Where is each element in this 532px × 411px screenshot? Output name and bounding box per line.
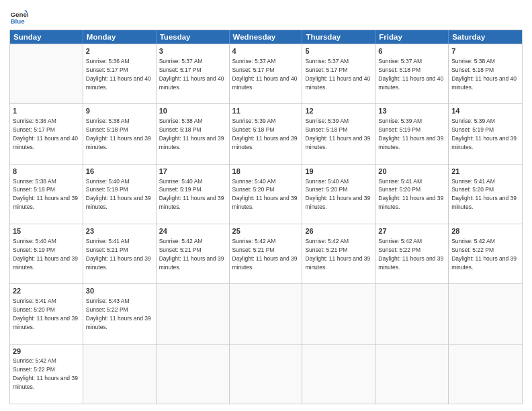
calendar-row: 15Sunrise: 5:40 AMSunset: 5:19 PMDayligh…: [10, 224, 522, 283]
day-number: 1: [13, 106, 80, 116]
cell-info: Sunrise: 5:37 AMSunset: 5:18 PMDaylight:…: [378, 58, 443, 91]
cell-info: Sunrise: 5:38 AMSunset: 5:18 PMDaylight:…: [13, 178, 78, 211]
calendar-cell: [449, 284, 522, 343]
day-number: 5: [305, 46, 372, 56]
calendar-cell: 26Sunrise: 5:42 AMSunset: 5:21 PMDayligh…: [302, 224, 375, 283]
calendar-header-cell: Monday: [83, 30, 157, 44]
cell-info: Sunrise: 5:39 AMSunset: 5:18 PMDaylight:…: [232, 118, 298, 150]
cell-info: Sunrise: 5:38 AMSunset: 5:18 PMDaylight:…: [159, 118, 224, 150]
calendar-cell: 11Sunrise: 5:39 AMSunset: 5:18 PMDayligh…: [230, 104, 303, 163]
cell-info: Sunrise: 5:40 AMSunset: 5:19 PMDaylight:…: [13, 238, 78, 271]
calendar-cell: [302, 284, 375, 343]
day-number: 6: [378, 46, 445, 56]
header: General Blue: [9, 7, 523, 26]
calendar-cell: [375, 284, 449, 343]
day-number: 13: [378, 106, 445, 116]
cell-info: Sunrise: 5:37 AMSunset: 5:17 PMDaylight:…: [159, 58, 224, 91]
calendar-cell: 18Sunrise: 5:40 AMSunset: 5:20 PMDayligh…: [230, 165, 303, 224]
day-number: 11: [232, 106, 300, 116]
calendar-cell: 9Sunrise: 5:38 AMSunset: 5:18 PMDaylight…: [83, 104, 157, 163]
calendar: SundayMondayTuesdayWednesdayThursdayFrid…: [9, 30, 523, 404]
day-number: 26: [305, 226, 372, 236]
day-number: 28: [451, 226, 519, 236]
cell-info: Sunrise: 5:39 AMSunset: 5:19 PMDaylight:…: [378, 118, 443, 150]
day-number: 4: [232, 46, 300, 56]
calendar-cell: [157, 284, 230, 343]
calendar-cell: 25Sunrise: 5:42 AMSunset: 5:21 PMDayligh…: [230, 224, 303, 283]
cell-info: Sunrise: 5:41 AMSunset: 5:21 PMDaylight:…: [86, 238, 151, 271]
calendar-cell: [230, 284, 303, 343]
day-number: 18: [232, 167, 300, 177]
calendar-cell: 2Sunrise: 5:36 AMSunset: 5:17 PMDaylight…: [83, 44, 157, 103]
page: General Blue SundayMondayTuesdayWednesda…: [0, 0, 532, 411]
cell-info: Sunrise: 5:39 AMSunset: 5:19 PMDaylight:…: [451, 118, 517, 150]
cell-info: Sunrise: 5:42 AMSunset: 5:22 PMDaylight:…: [13, 357, 78, 390]
cell-info: Sunrise: 5:37 AMSunset: 5:17 PMDaylight:…: [232, 58, 298, 91]
calendar-cell: 13Sunrise: 5:39 AMSunset: 5:19 PMDayligh…: [375, 104, 449, 163]
calendar-cell: [230, 345, 303, 404]
calendar-cell: [302, 345, 375, 404]
calendar-header-cell: Thursday: [302, 30, 375, 44]
svg-text:Blue: Blue: [10, 17, 25, 25]
cell-info: Sunrise: 5:40 AMSunset: 5:19 PMDaylight:…: [86, 178, 151, 211]
calendar-cell: 16Sunrise: 5:40 AMSunset: 5:19 PMDayligh…: [83, 165, 157, 224]
calendar-cell: 22Sunrise: 5:41 AMSunset: 5:20 PMDayligh…: [10, 284, 83, 343]
calendar-cell: [83, 345, 157, 404]
calendar-header-cell: Saturday: [449, 30, 522, 44]
calendar-cell: 29Sunrise: 5:42 AMSunset: 5:22 PMDayligh…: [10, 345, 83, 404]
calendar-row: 29Sunrise: 5:42 AMSunset: 5:22 PMDayligh…: [10, 344, 522, 404]
calendar-header-cell: Tuesday: [157, 30, 230, 44]
day-number: 27: [378, 226, 445, 236]
cell-info: Sunrise: 5:42 AMSunset: 5:22 PMDaylight:…: [451, 238, 517, 271]
calendar-row: 22Sunrise: 5:41 AMSunset: 5:20 PMDayligh…: [10, 283, 522, 343]
calendar-cell: 21Sunrise: 5:41 AMSunset: 5:20 PMDayligh…: [449, 165, 522, 224]
logo-icon: General Blue: [9, 7, 28, 26]
calendar-cell: 7Sunrise: 5:38 AMSunset: 5:18 PMDaylight…: [449, 44, 522, 103]
day-number: 15: [13, 226, 80, 236]
cell-info: Sunrise: 5:40 AMSunset: 5:19 PMDaylight:…: [159, 178, 224, 211]
cell-info: Sunrise: 5:39 AMSunset: 5:18 PMDaylight:…: [305, 118, 370, 150]
day-number: 16: [86, 167, 153, 177]
calendar-cell: 3Sunrise: 5:37 AMSunset: 5:17 PMDaylight…: [157, 44, 230, 103]
calendar-cell: 24Sunrise: 5:42 AMSunset: 5:21 PMDayligh…: [157, 224, 230, 283]
calendar-cell: 14Sunrise: 5:39 AMSunset: 5:19 PMDayligh…: [449, 104, 522, 163]
calendar-cell: 10Sunrise: 5:38 AMSunset: 5:18 PMDayligh…: [157, 104, 230, 163]
cell-info: Sunrise: 5:42 AMSunset: 5:21 PMDaylight:…: [159, 238, 224, 271]
cell-info: Sunrise: 5:42 AMSunset: 5:22 PMDaylight:…: [378, 238, 443, 271]
calendar-row: 2Sunrise: 5:36 AMSunset: 5:17 PMDaylight…: [10, 44, 522, 103]
day-number: 12: [305, 106, 372, 116]
day-number: 30: [86, 286, 153, 296]
calendar-row: 1Sunrise: 5:36 AMSunset: 5:17 PMDaylight…: [10, 103, 522, 163]
calendar-cell: 15Sunrise: 5:40 AMSunset: 5:19 PMDayligh…: [10, 224, 83, 283]
calendar-cell: 30Sunrise: 5:43 AMSunset: 5:22 PMDayligh…: [83, 284, 157, 343]
calendar-cell: 20Sunrise: 5:41 AMSunset: 5:20 PMDayligh…: [375, 165, 449, 224]
day-number: 23: [86, 226, 153, 236]
day-number: 19: [305, 167, 372, 177]
calendar-row: 8Sunrise: 5:38 AMSunset: 5:18 PMDaylight…: [10, 164, 522, 224]
day-number: 7: [451, 46, 519, 56]
day-number: 22: [13, 286, 80, 296]
day-number: 17: [159, 167, 226, 177]
calendar-cell: 17Sunrise: 5:40 AMSunset: 5:19 PMDayligh…: [157, 165, 230, 224]
day-number: 20: [378, 167, 445, 177]
cell-info: Sunrise: 5:41 AMSunset: 5:20 PMDaylight:…: [13, 298, 78, 330]
day-number: 3: [159, 46, 226, 56]
calendar-cell: 4Sunrise: 5:37 AMSunset: 5:17 PMDaylight…: [230, 44, 303, 103]
cell-info: Sunrise: 5:40 AMSunset: 5:20 PMDaylight:…: [232, 178, 298, 211]
day-number: 29: [13, 347, 80, 357]
day-number: 21: [451, 167, 519, 177]
day-number: 14: [451, 106, 519, 116]
cell-info: Sunrise: 5:42 AMSunset: 5:21 PMDaylight:…: [232, 238, 298, 271]
day-number: 8: [13, 167, 80, 177]
calendar-cell: 8Sunrise: 5:38 AMSunset: 5:18 PMDaylight…: [10, 165, 83, 224]
calendar-cell: 5Sunrise: 5:37 AMSunset: 5:17 PMDaylight…: [302, 44, 375, 103]
calendar-body: 2Sunrise: 5:36 AMSunset: 5:17 PMDaylight…: [10, 44, 522, 404]
cell-info: Sunrise: 5:40 AMSunset: 5:20 PMDaylight:…: [305, 178, 370, 211]
calendar-header-cell: Wednesday: [230, 30, 303, 44]
day-number: 25: [232, 226, 300, 236]
calendar-cell: 28Sunrise: 5:42 AMSunset: 5:22 PMDayligh…: [449, 224, 522, 283]
day-number: 2: [86, 46, 153, 56]
cell-info: Sunrise: 5:42 AMSunset: 5:21 PMDaylight:…: [305, 238, 370, 271]
calendar-cell: [449, 345, 522, 404]
calendar-cell: [10, 44, 83, 103]
